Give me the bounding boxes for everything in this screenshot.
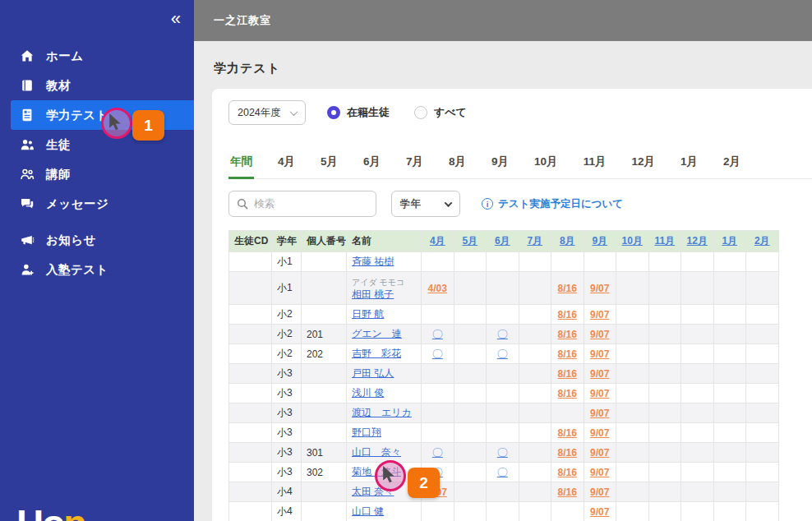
- student-cd-cell: [229, 344, 272, 364]
- year-select[interactable]: 2024年度: [228, 100, 306, 125]
- sidebar-item-4[interactable]: 講師: [0, 159, 194, 189]
- student-name-link[interactable]: 戸田 弘人: [352, 367, 394, 379]
- radio-enrolled-students[interactable]: 在籍生徒: [327, 105, 390, 120]
- test-date-link[interactable]: 8/16: [558, 309, 577, 320]
- test-date-link[interactable]: 8/16: [558, 348, 577, 360]
- student-name-link[interactable]: 相田 桃子: [352, 288, 394, 300]
- tab-5[interactable]: 8月: [447, 150, 468, 179]
- sidebar-item-7[interactable]: 入塾テスト: [0, 255, 194, 284]
- grade-select[interactable]: 学年: [391, 191, 460, 217]
- student-name-link[interactable]: 吉野 彩花: [352, 348, 401, 359]
- month-header-link[interactable]: 1月: [722, 235, 737, 247]
- test-circle-link[interactable]: 〇: [432, 328, 443, 340]
- test-date-link[interactable]: 9/07: [590, 283, 609, 294]
- test-schedule-info-link[interactable]: i テスト実施予定日について: [482, 197, 623, 211]
- test-date-link[interactable]: 9/07: [590, 388, 609, 399]
- tab-3[interactable]: 6月: [362, 150, 382, 179]
- student-name-link[interactable]: 斉藤 祐樹: [352, 256, 394, 267]
- test-date-link[interactable]: 8/16: [558, 427, 577, 439]
- search-input[interactable]: [254, 198, 368, 210]
- test-date-link[interactable]: 9/07: [590, 348, 609, 360]
- tab-2[interactable]: 5月: [319, 150, 339, 179]
- test-date-link[interactable]: 8/16: [558, 368, 577, 380]
- sidebar-item-6[interactable]: お知らせ: [0, 225, 194, 255]
- month-result-cell: [551, 403, 584, 423]
- month-result-cell: [519, 482, 551, 502]
- student-name-link[interactable]: 野口翔: [352, 426, 381, 438]
- month-header-link[interactable]: 10月: [622, 235, 643, 247]
- test-circle-link[interactable]: 〇: [497, 466, 508, 478]
- test-date-link[interactable]: 8/16: [558, 283, 577, 294]
- tab-10[interactable]: 1月: [679, 150, 699, 179]
- test-circle-link[interactable]: 〇: [497, 446, 508, 459]
- test-date-link[interactable]: 8/16: [558, 388, 577, 399]
- sidebar-item-3[interactable]: 生徒: [0, 130, 194, 159]
- test-date-link[interactable]: 9/07: [590, 467, 609, 478]
- month-header-link[interactable]: 11月: [654, 235, 675, 247]
- month-header-link[interactable]: 2月: [754, 235, 770, 247]
- month-header-link[interactable]: 9月: [592, 235, 607, 247]
- month-column-header: 1月: [713, 231, 746, 252]
- month-result-cell: 〇: [487, 344, 519, 364]
- test-circle-link[interactable]: 〇: [497, 328, 508, 340]
- month-result-cell: 9/07: [584, 364, 616, 384]
- month-header-link[interactable]: 4月: [430, 235, 445, 247]
- tab-6[interactable]: 9月: [490, 150, 510, 179]
- student-name-link[interactable]: 山口 奈々: [352, 446, 401, 458]
- test-date-link[interactable]: 8/16: [558, 329, 577, 340]
- student-name-link[interactable]: 浅川 俊: [352, 387, 384, 399]
- sidebar-collapse-button[interactable]: «: [171, 10, 181, 28]
- topbar: 一之江教室: [194, 0, 812, 41]
- student-name-link[interactable]: 渡辺 エリカ: [352, 407, 412, 418]
- grade-cell: 小3: [272, 423, 302, 443]
- test-date-link[interactable]: 9/07: [590, 408, 609, 419]
- search-box[interactable]: [228, 191, 376, 217]
- test-date-link[interactable]: 9/07: [590, 486, 609, 498]
- table-row: 小3戸田 弘人8/169/07: [229, 364, 779, 384]
- test-date-link[interactable]: 8/16: [558, 447, 577, 459]
- student-cd-cell: [229, 423, 272, 443]
- radio-all-students[interactable]: すべて: [414, 105, 467, 120]
- month-result-cell: [648, 344, 681, 364]
- test-date-link[interactable]: 9/07: [590, 427, 609, 439]
- month-result-cell: [681, 344, 714, 364]
- test-date-link[interactable]: 9/07: [590, 506, 609, 518]
- month-result-cell: [487, 364, 519, 384]
- test-date-link[interactable]: 9/07: [590, 368, 609, 380]
- test-date-link[interactable]: 9/07: [590, 447, 609, 459]
- sidebar-item-0[interactable]: ホーム: [0, 41, 194, 71]
- test-circle-link[interactable]: 〇: [432, 446, 443, 459]
- month-header-link[interactable]: 12月: [687, 235, 708, 247]
- test-date-link[interactable]: 8/16: [558, 486, 577, 498]
- month-result-cell: [746, 482, 779, 502]
- student-name-link[interactable]: 日野 航: [352, 308, 384, 320]
- month-result-cell: [519, 325, 551, 344]
- tab-4[interactable]: 7月: [404, 150, 425, 179]
- sidebar-item-1[interactable]: 教材: [0, 71, 194, 100]
- test-circle-link[interactable]: 〇: [497, 348, 508, 360]
- student-name-link[interactable]: 山口 健: [352, 505, 384, 517]
- month-result-cell: [519, 463, 551, 482]
- tab-8[interactable]: 11月: [582, 150, 608, 179]
- grade-cell: 小1: [272, 272, 302, 305]
- student-name-link[interactable]: グエン 連: [352, 328, 402, 339]
- month-result-cell: [648, 423, 681, 443]
- tab-1[interactable]: 4月: [276, 150, 297, 179]
- month-result-cell: [681, 305, 714, 325]
- tab-7[interactable]: 10月: [533, 150, 560, 179]
- month-header-link[interactable]: 8月: [560, 235, 575, 247]
- test-date-link[interactable]: 8/16: [558, 467, 577, 478]
- test-date-link[interactable]: 9/07: [590, 309, 609, 320]
- test-date-link[interactable]: 9/07: [590, 329, 609, 340]
- tab-0[interactable]: 年間: [228, 150, 254, 179]
- sidebar-item-5[interactable]: メッセージ: [0, 189, 194, 219]
- test-date-link[interactable]: 4/03: [428, 283, 447, 294]
- month-header-link[interactable]: 6月: [495, 235, 510, 247]
- month-result-cell: [616, 482, 649, 502]
- month-header-link[interactable]: 7月: [527, 235, 542, 247]
- tab-11[interactable]: 2月: [722, 150, 742, 179]
- table-row: 小3野口翔8/169/07: [229, 423, 779, 443]
- test-circle-link[interactable]: 〇: [432, 348, 443, 360]
- tab-9[interactable]: 12月: [630, 150, 657, 179]
- month-header-link[interactable]: 5月: [462, 235, 478, 247]
